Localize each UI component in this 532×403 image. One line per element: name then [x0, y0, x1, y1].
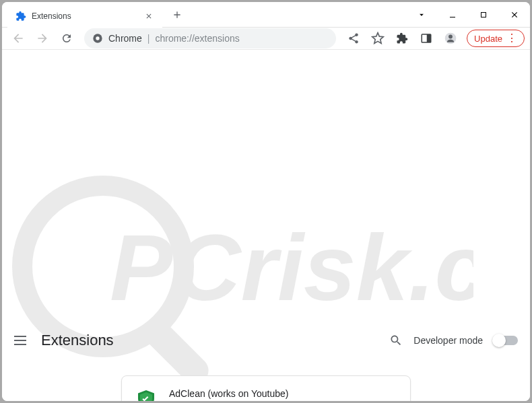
forward-button[interactable]	[32, 28, 53, 49]
maximize-button[interactable]	[468, 2, 499, 28]
omnibox-url: chrome://extensions	[155, 33, 328, 44]
menu-dots-icon: ⋮	[506, 33, 517, 44]
svg-rect-4	[427, 34, 431, 42]
browser-tab[interactable]: Extensions	[7, 5, 162, 28]
tab-close-icon[interactable]	[143, 11, 154, 22]
extensions-toolbar-icon[interactable]	[391, 28, 413, 49]
reload-button[interactable]	[56, 28, 77, 49]
close-window-button[interactable]	[499, 2, 530, 28]
extensions-puzzle-icon	[15, 11, 26, 22]
profile-avatar-icon[interactable]	[440, 28, 461, 49]
new-tab-button[interactable]	[168, 5, 187, 24]
svg-point-6	[448, 35, 453, 39]
page-content: PCrisk.com Extensions Developer mode	[2, 50, 530, 401]
extension-shield-icon	[134, 388, 158, 401]
chrome-logo-icon	[92, 33, 103, 44]
chrome-window: Extensions	[2, 2, 530, 401]
page-title: Extensions	[41, 332, 114, 349]
search-icon[interactable]	[389, 334, 403, 347]
hamburger-menu-icon[interactable]	[14, 332, 30, 349]
share-icon[interactable]	[343, 28, 364, 49]
svg-text:PCrisk.com: PCrisk.com	[110, 215, 473, 320]
extension-name: AdClean (works on Youtube)	[169, 388, 398, 399]
update-label: Update	[474, 34, 502, 44]
watermark: PCrisk.com	[2, 132, 530, 402]
browser-toolbar: Chrome | chrome://extensions Update ⋮	[2, 28, 530, 50]
chevron-down-icon[interactable]	[406, 2, 437, 28]
developer-mode-label: Developer mode	[413, 335, 483, 346]
page-header: Extensions Developer mode	[2, 322, 530, 359]
developer-mode-toggle[interactable]	[494, 336, 518, 345]
tab-title: Extensions	[32, 11, 138, 21]
svg-point-2	[96, 36, 99, 40]
omnibox-divider: |	[147, 33, 150, 44]
minimize-button[interactable]	[437, 2, 468, 28]
extension-card: AdClean (works on Youtube) Removes all u…	[121, 375, 411, 401]
sidepanel-icon[interactable]	[415, 28, 437, 49]
address-bar[interactable]: Chrome | chrome://extensions	[84, 28, 336, 48]
omnibox-prefix: Chrome	[108, 33, 142, 44]
update-button[interactable]: Update ⋮	[467, 30, 525, 47]
titlebar: Extensions	[2, 2, 530, 28]
svg-rect-0	[481, 12, 486, 17]
bookmark-star-icon[interactable]	[367, 28, 389, 49]
window-controls	[406, 2, 530, 28]
back-button[interactable]	[7, 28, 29, 49]
